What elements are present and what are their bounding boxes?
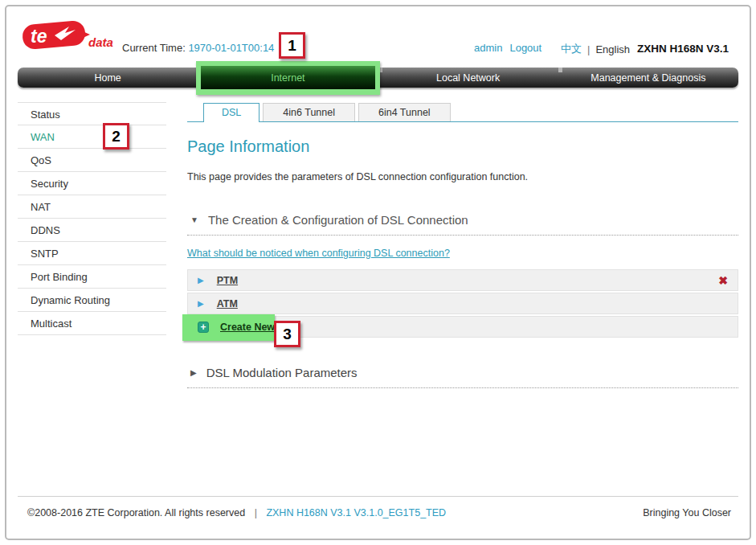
lang-separator: | (587, 43, 590, 55)
sidebar-item-status[interactable]: Status (18, 102, 166, 125)
tab-6in4-tunnel[interactable]: 6in4 Tunnel (358, 103, 451, 121)
nav-tab-internet[interactable]: Internet (198, 68, 378, 88)
router-admin-page: te data Current Time: 1970-01-01T00:14 a… (0, 0, 756, 545)
row-ptm: ▶ PTM ✖ (187, 269, 738, 291)
current-time-label: Current Time: (122, 42, 186, 54)
expand-triangle-icon: ▶ (190, 368, 197, 377)
content-tabstrip: DSL 4in6 Tunnel 6in4 Tunnel (187, 103, 738, 122)
session-links: admin Logout (474, 42, 541, 54)
sidebar-wan-label: WAN (31, 131, 55, 143)
tab-4in6-tunnel[interactable]: 4in6 Tunnel (263, 103, 355, 121)
lang-english-link[interactable]: English (595, 43, 630, 55)
section1-title: The Creation & Configuration of DSL Conn… (208, 213, 468, 227)
internet-highlight: Internet (196, 61, 379, 95)
tedata-logo: te data (19, 18, 124, 55)
current-time-value: 1970-01-01T00:14 (188, 42, 274, 54)
add-plus-icon: + (198, 322, 209, 333)
collapse-triangle-icon: ▼ (190, 215, 198, 224)
footer-left: ©2008-2016 ZTE Corporation. All rights r… (27, 507, 446, 518)
footer-divider (18, 496, 738, 497)
sidebar-item-sntp[interactable]: SNTP (18, 242, 166, 265)
language-switcher: 中文 | English (561, 42, 630, 56)
nav-home-label: Home (94, 72, 121, 84)
section2-title: DSL Modulation Parameters (206, 366, 358, 379)
lang-chinese-link[interactable]: 中文 (561, 42, 582, 56)
section-dsl-connection[interactable]: ▼ The Creation & Configuration of DSL Co… (190, 213, 468, 227)
section-dsl-modulation[interactable]: ▶ DSL Modulation Parameters (190, 366, 358, 379)
page-title: Page Information (187, 137, 309, 156)
divider-dotted-2 (187, 387, 738, 388)
sidebar-item-ddns[interactable]: DDNS (18, 219, 166, 242)
device-model: ZXHN H168N V3.1 (637, 43, 729, 55)
sidebar-item-multicast[interactable]: Multicast (18, 312, 166, 335)
sidebar-item-port-binding[interactable]: Port Binding (18, 265, 166, 289)
sidebar-menu: Status WAN QoS Security NAT DDNS SNTP Po… (18, 102, 166, 335)
logout-link[interactable]: Logout (509, 42, 541, 54)
current-time: Current Time: 1970-01-01T00:14 (122, 42, 274, 54)
expand-triangle-icon[interactable]: ▶ (198, 299, 204, 308)
logo-data-text: data (88, 35, 113, 49)
sidebar-item-security[interactable]: Security (18, 172, 166, 195)
footer-slogan: Bringing You Closer (643, 507, 731, 518)
nav-internet-label: Internet (271, 72, 304, 84)
sidebar-item-nat[interactable]: NAT (18, 195, 166, 219)
atm-link[interactable]: ATM (217, 298, 238, 309)
footer: ©2008-2016 ZTE Corporation. All rights r… (27, 507, 731, 518)
annotation-callout-1: 1 (279, 32, 305, 59)
sidebar-item-qos[interactable]: QoS (18, 149, 166, 172)
sidebar-item-dynamic-routing[interactable]: Dynamic Routing (18, 289, 166, 312)
footer-separator: | (255, 507, 257, 518)
top-nav: Home Internet Local Network Management &… (18, 68, 738, 88)
firmware-version-link[interactable]: ZXHN H168N V3.1 V3.1.0_EG1T5_TED (266, 507, 446, 518)
sidebar-item-wan[interactable]: WAN (18, 125, 166, 149)
row-atm: ▶ ATM (187, 293, 738, 314)
nav-tab-management-diagnosis[interactable]: Management & Diagnosis (558, 68, 738, 88)
connection-rows: ▶ PTM ✖ ▶ ATM + Create New Item (187, 269, 738, 339)
nav-tab-home[interactable]: Home (18, 68, 198, 88)
delete-x-icon[interactable]: ✖ (718, 274, 728, 287)
page-description: This page provides the parameters of DSL… (187, 171, 528, 182)
ptm-link[interactable]: PTM (217, 275, 238, 286)
annotation-callout-2: 2 (103, 123, 129, 150)
expand-triangle-icon[interactable]: ▶ (198, 276, 204, 285)
nav-management-label: Management & Diagnosis (590, 72, 705, 84)
username-link[interactable]: admin (474, 42, 502, 54)
copyright-text: ©2008-2016 ZTE Corporation. All rights r… (27, 507, 245, 518)
dsl-notice-link[interactable]: What should be noticed when configuring … (187, 248, 450, 259)
row-create-new-item: + Create New Item (187, 316, 738, 338)
nav-tab-local-network[interactable]: Local Network (378, 68, 558, 88)
divider-dotted-1 (187, 235, 738, 236)
tab-dsl[interactable]: DSL (203, 103, 259, 122)
main-content: DSL 4in6 Tunnel 6in4 Tunnel Page Informa… (187, 102, 738, 440)
annotation-callout-3: 3 (274, 321, 300, 347)
logo-te-text: te (31, 26, 47, 47)
nav-local-network-label: Local Network (436, 72, 500, 84)
